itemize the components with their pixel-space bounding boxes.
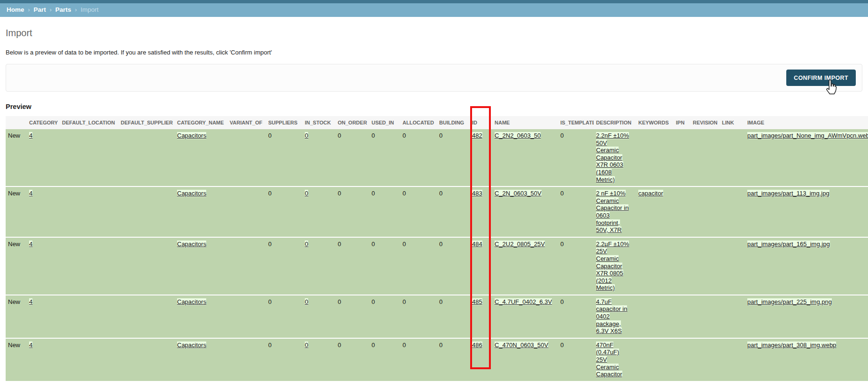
table-row: New4Capacitors000000485C_4.7UF_0402_6.3V…	[6, 295, 868, 338]
breadcrumb-link-part[interactable]: Part	[34, 6, 46, 13]
diff-inserted-value: 4	[29, 298, 32, 305]
breadcrumb-separator: ›	[46, 6, 55, 13]
column-header-used-in: USED_IN	[369, 116, 400, 129]
cell-allocated: 0	[400, 129, 437, 186]
cell-allocated: 0	[400, 186, 437, 237]
cell-on-order: 0	[335, 237, 369, 295]
cell-keywords	[636, 295, 674, 338]
cell-default-location	[60, 295, 118, 338]
cell-building: 0	[437, 237, 470, 295]
cell-id: 486	[470, 338, 492, 381]
diff-inserted-value: part_images/part_None_img_AWmVpcn.webp	[747, 132, 868, 139]
cell-name: C_2N_0603_50V	[492, 186, 558, 237]
cell-ipn	[674, 129, 690, 186]
cell-in-stock: 0	[302, 338, 335, 381]
cell-is-template: 0	[558, 186, 594, 237]
cell-description: 2.2µF ±10% 25V Ceramic Capacitor X7R 080…	[594, 237, 636, 295]
cell-revision	[690, 237, 720, 295]
cell-status: New	[6, 338, 27, 381]
cell-category: 4	[27, 338, 60, 381]
diff-inserted-value: 4.7uF capacitor in 0402 package, 6.3V X6…	[596, 298, 627, 334]
cell-ipn	[674, 237, 690, 295]
cell-variant-of	[227, 237, 266, 295]
cell-used-in: 0	[369, 295, 400, 338]
diff-inserted-value: part_images/part_308_img.webp	[747, 341, 836, 349]
diff-inserted-value: 4	[29, 132, 32, 139]
cell-on-order: 0	[335, 295, 369, 338]
cell-allocated: 0	[400, 295, 437, 338]
table-row: New4Capacitors000000486C_470N_0603_50V04…	[6, 338, 868, 381]
diff-inserted-value: 486	[472, 341, 482, 349]
table-header-row: CATEGORYDEFAULT_LOCATIONDEFAULT_SUPPLIER…	[6, 116, 868, 129]
cell-ipn	[674, 186, 690, 237]
cell-description: 470nF (0.47uF) 25V Ceramic Capacitor	[594, 338, 636, 381]
column-header-suppliers: SUPPLIERS	[266, 116, 302, 129]
column-header-link: LINK	[720, 116, 745, 129]
import-preview-table: CATEGORYDEFAULT_LOCATIONDEFAULT_SUPPLIER…	[6, 116, 868, 382]
cell-category: 4	[27, 186, 60, 237]
diff-inserted-value: Capacitors	[177, 298, 206, 305]
cell-id: 485	[470, 295, 492, 338]
cell-status: New	[6, 186, 27, 237]
cell-category: 4	[27, 237, 60, 295]
breadcrumb-separator: ›	[71, 6, 81, 13]
cell-revision	[690, 295, 720, 338]
diff-inserted-value: Capacitors	[177, 241, 206, 248]
cell-ipn	[674, 295, 690, 338]
confirm-import-button[interactable]: CONFIRM IMPORT	[786, 70, 856, 86]
column-header-default-supplier: DEFAULT_SUPPLIER	[118, 116, 175, 129]
diff-inserted-value: capacitor	[638, 190, 663, 197]
cell-keywords	[636, 129, 674, 186]
cell-default-supplier	[118, 338, 175, 381]
diff-inserted-value: 0	[305, 298, 308, 305]
cell-suppliers: 0	[266, 338, 302, 381]
cell-category: 4	[27, 129, 60, 186]
column-header-ipn: IPN	[674, 116, 690, 129]
diff-inserted-value: C_2N_0603_50V	[495, 190, 542, 197]
breadcrumb-link-home[interactable]: Home	[7, 6, 24, 13]
cell-used-in: 0	[369, 186, 400, 237]
diff-inserted-value: C_470N_0603_50V	[495, 341, 548, 349]
cell-building: 0	[437, 338, 470, 381]
cell-building: 0	[437, 129, 470, 186]
cell-variant-of	[227, 129, 266, 186]
diff-inserted-value: 0	[305, 190, 308, 197]
cell-keywords	[636, 338, 674, 381]
main-content: Import Below is a preview of data to be …	[0, 27, 868, 382]
diff-inserted-value: C_2N2_0603_50	[495, 132, 541, 139]
cell-name: C_2N2_0603_50	[492, 129, 558, 186]
breadcrumb: Home › Part › Parts › Import	[0, 3, 868, 17]
cell-suppliers: 0	[266, 129, 302, 186]
cell-default-location	[60, 186, 118, 237]
column-header-description: DESCRIPTION	[594, 116, 636, 129]
diff-inserted-value: 484	[472, 241, 482, 248]
table-row: New4Capacitors000000483C_2N_0603_50V02 n…	[6, 186, 868, 237]
column-header-image: IMAGE	[745, 116, 868, 129]
cell-ipn	[674, 338, 690, 381]
cell-category-name: Capacitors	[175, 237, 227, 295]
cell-status: New	[6, 129, 27, 186]
cell-keywords	[636, 237, 674, 295]
cell-is-template: 0	[558, 129, 594, 186]
diff-inserted-value: Capacitors	[177, 190, 206, 197]
cell-default-supplier	[118, 237, 175, 295]
breadcrumb-link-parts[interactable]: Parts	[55, 6, 71, 13]
column-header-allocated: ALLOCATED	[400, 116, 437, 129]
column-header-name: NAME	[492, 116, 558, 129]
cell-category: 4	[27, 295, 60, 338]
diff-inserted-value: 0	[305, 132, 308, 139]
diff-inserted-value: 2.2nF ±10% 50V Ceramic Capacitor X7R 060…	[596, 132, 629, 183]
page-title: Import	[6, 27, 862, 39]
column-header-variant-of: VARIANT_OF	[227, 116, 266, 129]
diff-inserted-value: 4	[29, 341, 32, 349]
column-header-building: BUILDING	[437, 116, 470, 129]
cell-in-stock: 0	[302, 129, 335, 186]
cell-default-supplier	[118, 295, 175, 338]
cell-keywords: capacitor	[636, 186, 674, 237]
diff-inserted-value: 485	[472, 298, 482, 305]
cell-used-in: 0	[369, 338, 400, 381]
cell-default-location	[60, 129, 118, 186]
diff-inserted-value: 0	[305, 241, 308, 248]
cell-image: part_images/part_225_img.png	[745, 295, 868, 338]
column-header-status	[6, 116, 27, 129]
